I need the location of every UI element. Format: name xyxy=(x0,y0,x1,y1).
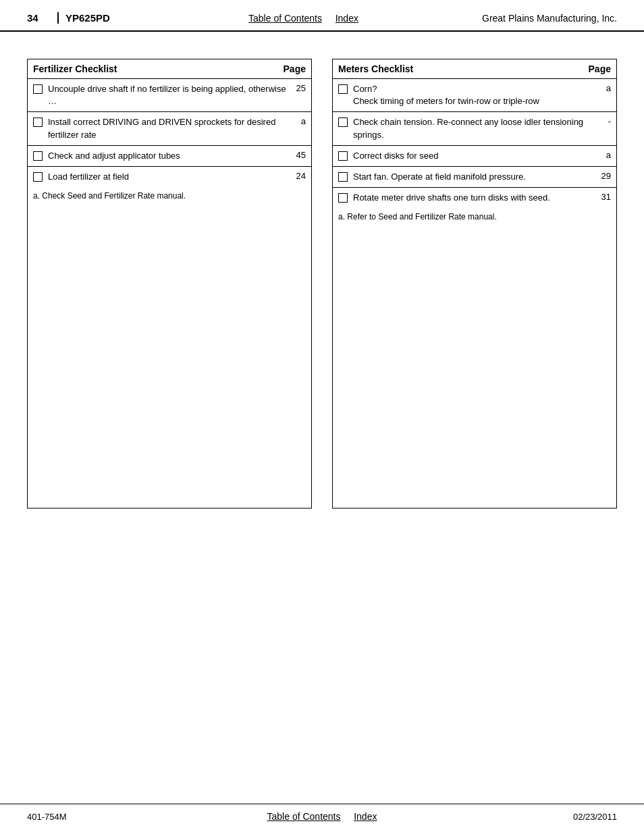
fertilizer-item-2-text: Install correct DRIVING and DRIVEN sproc… xyxy=(48,116,289,140)
page-container: 34 YP625PD Table of Contents Index Great… xyxy=(0,0,644,834)
meters-checkbox-3[interactable] xyxy=(338,151,348,161)
meters-item-1-page: a xyxy=(594,83,611,93)
meters-checklist-panel: Meters Checklist Page Corn?Check timing … xyxy=(332,59,617,509)
fertilizer-item-2-page: a xyxy=(289,116,306,126)
meters-item-3: Correct disks for seed a xyxy=(333,146,616,167)
main-content: Fertilizer Checklist Page Uncouple drive… xyxy=(0,32,644,522)
fertilizer-checklist-header: Fertilizer Checklist Page xyxy=(28,59,311,79)
meters-checklist-title: Meters Checklist xyxy=(338,63,413,74)
fertilizer-checkbox-3[interactable] xyxy=(33,151,43,161)
fertilizer-item-3-page: 45 xyxy=(289,150,306,160)
meters-item-2: Check chain tension. Re-connect any loos… xyxy=(333,112,616,145)
fertilizer-checklist-page-label: Page xyxy=(284,63,306,74)
meters-checkbox-2[interactable] xyxy=(338,118,348,127)
footer: 401-754M Table of Contents Index 02/23/2… xyxy=(0,804,644,834)
fertilizer-item-1-text: Uncouple drive shaft if no fertilizer is… xyxy=(48,83,289,107)
fertilizer-item-3-text: Check and adjust applicator tubes xyxy=(48,150,289,162)
meters-checkbox-4[interactable] xyxy=(338,172,348,182)
fertilizer-checkbox-1[interactable] xyxy=(33,84,43,94)
nav-separator xyxy=(327,13,330,24)
meters-item-4: Start fan. Operate at field manifold pre… xyxy=(333,167,616,188)
fertilizer-checklist-panel: Fertilizer Checklist Page Uncouple drive… xyxy=(27,59,312,509)
meters-item-3-text: Correct disks for seed xyxy=(353,150,594,162)
meters-item-2-text: Check chain tension. Re-connect any loos… xyxy=(353,116,594,140)
meters-item-5-page: 31 xyxy=(594,192,611,202)
fertilizer-item-1: Uncouple drive shaft if no fertilizer is… xyxy=(28,79,311,112)
fertilizer-checklist-title: Fertilizer Checklist xyxy=(33,63,117,74)
fertilizer-footnote: a. Check Seed and Fertilizer Rate manual… xyxy=(28,187,311,205)
footer-nav: Table of Contents Index xyxy=(95,811,549,822)
meters-checkbox-1[interactable] xyxy=(338,84,348,94)
meters-checkbox-5[interactable] xyxy=(338,193,348,203)
fertilizer-item-2: Install correct DRIVING and DRIVEN sproc… xyxy=(28,112,311,145)
fertilizer-item-3: Check and adjust applicator tubes 45 xyxy=(28,146,311,167)
header-company: Great Plains Manufacturing, Inc. xyxy=(482,13,617,24)
header-model: YP625PD xyxy=(57,12,125,24)
header-page-number: 34 xyxy=(27,12,54,24)
meters-item-2-page: - xyxy=(594,116,611,126)
meters-item-5: Rotate meter drive shafts one turn disks… xyxy=(333,188,616,208)
footer-nav-separator xyxy=(346,811,348,822)
fertilizer-item-1-page: 25 xyxy=(289,83,306,93)
meters-footnote: a. Refer to Seed and Fertilizer Rate man… xyxy=(333,208,616,226)
header-toc-link[interactable]: Table of Contents xyxy=(248,13,322,24)
page-spacer xyxy=(0,522,644,804)
fertilizer-checkbox-4[interactable] xyxy=(33,172,43,182)
fertilizer-item-4-text: Load fertilizer at field xyxy=(48,171,289,183)
meters-item-4-text: Start fan. Operate at field manifold pre… xyxy=(353,171,594,183)
fertilizer-item-4: Load fertilizer at field 24 xyxy=(28,167,311,187)
footer-date: 02/23/2011 xyxy=(549,812,617,822)
meters-item-4-page: 29 xyxy=(594,171,611,181)
meters-item-3-page: a xyxy=(594,150,611,160)
meters-item-1: Corn?Check timing of meters for twin-row… xyxy=(333,79,616,112)
header-nav: Table of Contents Index xyxy=(125,13,482,24)
header: 34 YP625PD Table of Contents Index Great… xyxy=(0,0,644,32)
fertilizer-checkbox-2[interactable] xyxy=(33,118,43,127)
meters-checklist-page-label: Page xyxy=(589,63,611,74)
header-index-link[interactable]: Index xyxy=(336,13,358,24)
footer-index-link[interactable]: Index xyxy=(354,811,377,822)
meters-item-1-text: Corn?Check timing of meters for twin-row… xyxy=(353,83,594,107)
footer-part-number: 401-754M xyxy=(27,812,95,822)
meters-checklist-header: Meters Checklist Page xyxy=(333,59,616,79)
footer-toc-link[interactable]: Table of Contents xyxy=(267,811,341,822)
fertilizer-item-4-page: 24 xyxy=(289,171,306,181)
meters-item-5-text: Rotate meter drive shafts one turn disks… xyxy=(353,192,594,204)
